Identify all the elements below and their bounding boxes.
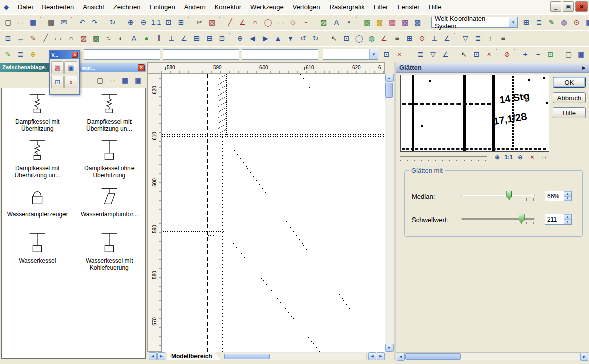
text-style-button[interactable]: A bbox=[127, 32, 140, 44]
zoom-in-button[interactable]: ⊕ bbox=[124, 16, 137, 28]
panel-horizontal-scrollbar[interactable]: ◀ ▶ bbox=[396, 352, 589, 360]
pointer-button[interactable]: ↖ bbox=[328, 32, 340, 44]
smoothing-panel-titlebar[interactable]: Glätten ▶ bbox=[396, 63, 589, 73]
preview-zoom-1-1-icon[interactable]: 1:1 bbox=[504, 153, 513, 162]
separator[interactable] bbox=[453, 49, 456, 59]
draw-spline-button[interactable]: ~ bbox=[299, 16, 312, 28]
orbit-button[interactable]: ◯ bbox=[353, 32, 365, 44]
list-view-button[interactable]: ≣ bbox=[533, 16, 545, 28]
view-up-button[interactable]: ▲ bbox=[272, 32, 284, 44]
separator[interactable] bbox=[558, 49, 561, 59]
raster-erase-button[interactable]: ▨ bbox=[77, 32, 90, 44]
find-text-button[interactable]: A bbox=[330, 16, 343, 28]
clear-field-button[interactable]: × bbox=[393, 48, 406, 60]
scroll-up-button[interactable]: ▲ bbox=[385, 74, 394, 82]
edit-style-button[interactable]: ✎ bbox=[545, 16, 558, 28]
toolbar-field-1[interactable] bbox=[84, 49, 160, 60]
redo-button[interactable]: ↷ bbox=[88, 16, 101, 28]
ok-button[interactable]: OK bbox=[553, 77, 586, 88]
symbol-item[interactable]: Dampfkessel mit Überhitzung un... bbox=[2, 138, 74, 185]
tab-modellbereich[interactable]: Modellbereich bbox=[167, 352, 221, 360]
draw-line-button[interactable]: ╱ bbox=[224, 16, 236, 28]
separator[interactable] bbox=[71, 17, 75, 27]
floating-toolbar[interactable]: V... × ▩ ▣ ⊡ x bbox=[49, 50, 80, 95]
spin-up-icon[interactable]: ▲ bbox=[564, 214, 571, 220]
scroll-left-button[interactable]: ◀ bbox=[368, 352, 376, 360]
view-down-button[interactable]: ▼ bbox=[284, 32, 297, 44]
x-tool-button[interactable]: x bbox=[64, 76, 77, 88]
scroll-right-button[interactable]: ▶ bbox=[377, 352, 385, 360]
sheet-button[interactable]: ▢ bbox=[562, 48, 575, 60]
chart-button[interactable]: ▩ bbox=[411, 16, 424, 28]
new-file-button[interactable]: ▢ bbox=[2, 16, 14, 28]
minimize-button[interactable]: _ bbox=[550, 1, 561, 12]
draw-polygon-button[interactable]: ◇ bbox=[287, 16, 299, 28]
ortho-button[interactable]: ⊥ bbox=[428, 32, 441, 44]
measure-button[interactable]: ⊥ bbox=[165, 32, 178, 44]
sheet-settings-button[interactable]: ▣ bbox=[575, 48, 587, 60]
raster-pen-button[interactable]: ✎ bbox=[27, 32, 39, 44]
preview-scrollbar[interactable] bbox=[400, 156, 487, 161]
median-slider[interactable] bbox=[461, 191, 535, 202]
threshold-spinbox[interactable]: 211 ▲ ▼ bbox=[545, 214, 572, 225]
clipboard-pane-titlebar[interactable]: Zwischenablage- bbox=[0, 63, 49, 72]
menu-hilfe[interactable]: Hilfe bbox=[424, 1, 446, 13]
filter-funnel-button[interactable]: ▽ bbox=[427, 48, 439, 60]
vertical-scrollbar[interactable]: ▲ ▼ bbox=[385, 74, 394, 352]
open-folder-button[interactable]: ▱ bbox=[14, 16, 27, 28]
spin-up-icon[interactable]: ▲ bbox=[564, 191, 571, 196]
tree-button[interactable]: ≡ bbox=[497, 32, 509, 44]
cancel-button[interactable]: Abbruch bbox=[553, 92, 586, 103]
preview-zoom-out-icon[interactable]: ⊖ bbox=[516, 153, 525, 162]
copy-frame-button[interactable]: ▣ bbox=[64, 61, 77, 74]
save-library-button[interactable]: ▦ bbox=[119, 74, 132, 86]
toolbar-field-2[interactable] bbox=[163, 49, 239, 60]
symbol-item[interactable]: Dampfkessel mit Überhitzung un... bbox=[74, 92, 146, 138]
draw-rectangle-button[interactable]: ▭ bbox=[274, 16, 287, 28]
menu-datei[interactable]: Datei bbox=[13, 1, 37, 13]
separator[interactable] bbox=[102, 17, 105, 27]
insert-image-button[interactable]: ▩ bbox=[361, 16, 373, 28]
pick-window-button[interactable]: ⊡ bbox=[470, 48, 483, 60]
scroll-left-button[interactable]: ◀ bbox=[397, 353, 405, 361]
color-dots-button[interactable]: ● bbox=[140, 32, 153, 44]
raster-fill-button[interactable]: ▩ bbox=[90, 32, 102, 44]
close-button[interactable]: × bbox=[575, 1, 588, 12]
print-button[interactable]: ▤ bbox=[45, 16, 57, 28]
draw-ellipse-button[interactable]: ◯ bbox=[261, 16, 274, 28]
scrollbar-thumb[interactable] bbox=[405, 353, 461, 360]
separator[interactable] bbox=[313, 17, 316, 27]
symbol-item[interactable]: Wasserdampfumfor... bbox=[74, 185, 146, 231]
snap-grid-button[interactable]: ⊞ bbox=[403, 32, 416, 44]
new-symbol-button[interactable]: ▢ bbox=[94, 74, 106, 86]
floating-toolbar-titlebar[interactable]: V... × bbox=[50, 51, 79, 59]
select-frame-button[interactable]: ⊡ bbox=[2, 32, 14, 44]
remove-point-button[interactable]: − bbox=[532, 48, 544, 60]
symbol-item[interactable]: Wasserkessel bbox=[2, 231, 74, 277]
grid-1-button[interactable]: ⊞ bbox=[190, 32, 203, 44]
menu-filter[interactable]: Filter bbox=[369, 1, 393, 13]
menu-zeichnen[interactable]: Zeichnen bbox=[109, 1, 145, 13]
grid-3-button[interactable]: ⊡ bbox=[216, 32, 228, 44]
filter-tool-button[interactable]: ▽ bbox=[459, 32, 472, 44]
zoom-extents-button[interactable]: ⊞ bbox=[175, 16, 187, 28]
menu-ansicht[interactable]: Ansicht bbox=[78, 1, 109, 13]
help-button[interactable]: Hilfe bbox=[553, 107, 586, 118]
separator[interactable] bbox=[219, 17, 223, 27]
globe-button[interactable]: ◍ bbox=[365, 32, 378, 44]
erase-raster-button[interactable]: ▧ bbox=[206, 16, 218, 28]
zoom-window-button[interactable]: ⊡ bbox=[162, 16, 175, 28]
tab-scroll-right-button[interactable]: ▶ bbox=[157, 352, 165, 360]
disable-snap-button[interactable]: ⊘ bbox=[501, 48, 513, 60]
raster-rect-button[interactable]: ▭ bbox=[52, 32, 64, 44]
symbol-item[interactable]: Dampfkessel mit Überhitzung bbox=[2, 92, 74, 138]
attach-button[interactable]: ⊕ bbox=[27, 48, 39, 60]
send-mail-button[interactable]: ✉ bbox=[57, 16, 70, 28]
move-up-button[interactable]: ↑ bbox=[484, 32, 497, 44]
pick-arrow-button[interactable]: ↖ bbox=[457, 48, 470, 60]
horizontal-scrollbar[interactable] bbox=[223, 353, 367, 360]
separator[interactable] bbox=[454, 33, 458, 43]
drawing-canvas[interactable] bbox=[161, 74, 385, 352]
raster-line-button[interactable]: ╱ bbox=[39, 32, 52, 44]
spin-down-icon[interactable]: ▼ bbox=[564, 196, 571, 201]
